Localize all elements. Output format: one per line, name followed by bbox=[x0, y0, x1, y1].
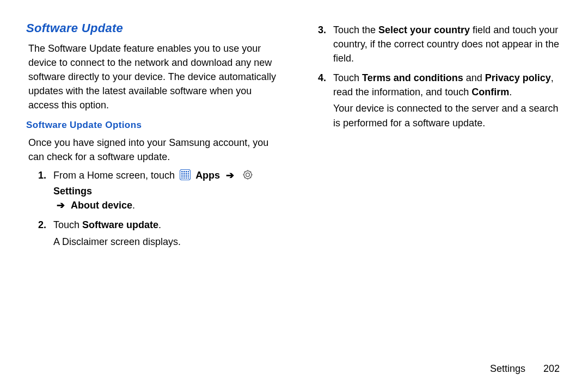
settings-gear-icon bbox=[242, 169, 253, 184]
step4-sub: Your device is connected to the server a… bbox=[333, 101, 564, 130]
svg-rect-14 bbox=[183, 177, 185, 179]
steps-list-right: Touch the Select your country field and … bbox=[306, 23, 564, 130]
step-1: From a Home screen, touch Apps ➔ bbox=[53, 168, 284, 212]
right-column: Touch the Select your country field and … bbox=[306, 20, 564, 372]
svg-rect-8 bbox=[188, 173, 189, 175]
step2-period: . bbox=[158, 219, 161, 230]
step4-lead: Touch bbox=[333, 72, 362, 83]
step4-mid1: and bbox=[463, 72, 485, 83]
step1-settings-label: Settings bbox=[53, 186, 92, 197]
svg-rect-15 bbox=[186, 177, 187, 179]
svg-rect-7 bbox=[186, 173, 187, 175]
step4-privacy-label: Privacy policy bbox=[485, 72, 551, 83]
svg-rect-2 bbox=[183, 171, 185, 173]
svg-rect-13 bbox=[181, 177, 183, 179]
step4-confirm-label: Confirm bbox=[471, 87, 509, 97]
apps-grid-icon bbox=[180, 169, 191, 184]
intro-paragraph: The Software Update feature enables you … bbox=[28, 41, 284, 112]
svg-rect-5 bbox=[181, 173, 183, 175]
step-4: Touch Terms and conditions and Privacy p… bbox=[333, 71, 564, 130]
svg-point-17 bbox=[246, 173, 250, 177]
step-3: Touch the Select your country field and … bbox=[333, 23, 564, 65]
left-column: Software Update The Software Update feat… bbox=[26, 20, 284, 372]
svg-rect-12 bbox=[188, 175, 189, 177]
page-footer: Settings 202 bbox=[490, 362, 560, 376]
steps-list-left: From a Home screen, touch Apps ➔ bbox=[26, 168, 284, 248]
step4-terms-label: Terms and conditions bbox=[362, 72, 463, 83]
svg-rect-9 bbox=[181, 175, 183, 177]
svg-rect-16 bbox=[188, 177, 189, 179]
step-2: Touch Software update. A Disclaimer scre… bbox=[53, 218, 284, 248]
step1-about-device-label: About device bbox=[71, 200, 132, 211]
svg-rect-4 bbox=[188, 171, 189, 173]
heading-software-update: Software Update bbox=[26, 20, 284, 37]
manual-page: Software Update The Software Update feat… bbox=[0, 0, 588, 392]
footer-page-number: 202 bbox=[543, 362, 560, 376]
arrow-icon: ➔ bbox=[226, 168, 234, 182]
svg-rect-11 bbox=[186, 175, 187, 177]
svg-rect-10 bbox=[183, 175, 185, 177]
step4-period: . bbox=[509, 87, 512, 97]
step2-software-update-label: Software update bbox=[82, 219, 158, 230]
step1-apps-label: Apps bbox=[195, 170, 220, 181]
arrow-icon: ➔ bbox=[57, 198, 65, 212]
sub-intro-paragraph: Once you have signed into your Samsung a… bbox=[28, 136, 284, 164]
step1-lead: From a Home screen, touch bbox=[53, 170, 175, 181]
step2-lead: Touch bbox=[53, 219, 82, 230]
svg-rect-1 bbox=[181, 171, 183, 173]
step3-lead: Touch the bbox=[333, 24, 378, 35]
step1-period: . bbox=[132, 200, 135, 211]
step3-select-country-label: Select your country bbox=[378, 24, 470, 35]
subheading-options: Software Update Options bbox=[26, 119, 284, 132]
svg-rect-6 bbox=[183, 173, 185, 175]
footer-section: Settings bbox=[490, 363, 525, 374]
svg-rect-3 bbox=[186, 171, 187, 173]
step2-sub: A Disclaimer screen displays. bbox=[53, 235, 284, 249]
